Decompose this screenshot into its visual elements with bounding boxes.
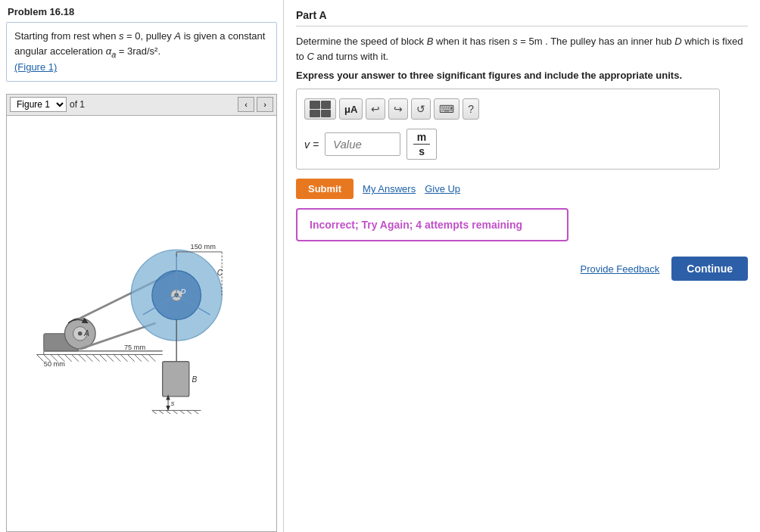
submit-button[interactable]: Submit <box>296 179 354 199</box>
svg-line-16 <box>128 355 135 362</box>
give-up-link[interactable]: Give Up <box>425 183 460 194</box>
answer-box: μΑ ↩ ↪ ↺ ⌨ ? v = <box>296 89 720 170</box>
value-input[interactable] <box>325 132 400 156</box>
figure-of-text: of 1 <box>70 99 85 110</box>
undo-button[interactable]: ↩ <box>366 98 385 120</box>
figure-panel: Figure 1 of 1 ‹ › <box>6 94 277 532</box>
svg-text:D: D <box>181 288 186 296</box>
refresh-icon: ↺ <box>416 103 425 115</box>
refresh-button[interactable]: ↺ <box>411 98 431 120</box>
svg-text:B: B <box>192 376 197 384</box>
svg-line-17 <box>135 355 142 362</box>
undo-icon: ↩ <box>371 103 380 115</box>
svg-line-46 <box>152 411 159 415</box>
redo-icon: ↪ <box>394 103 403 115</box>
svg-text:75 mm: 75 mm <box>124 344 145 351</box>
figure-next-button[interactable]: › <box>257 97 273 112</box>
mu-label: μΑ <box>344 104 357 115</box>
svg-line-7 <box>64 355 71 362</box>
figure-toolbar: Figure 1 of 1 ‹ › <box>7 95 276 116</box>
svg-line-12 <box>100 355 107 362</box>
redo-button[interactable]: ↪ <box>388 98 408 120</box>
part-label: Part A <box>296 9 748 26</box>
problem-title: Problem 16.18 <box>0 0 283 22</box>
figure-select[interactable]: Figure 1 <box>10 97 67 112</box>
unit-fraction: m s <box>406 129 437 160</box>
svg-text:s: s <box>171 400 175 407</box>
grid-icon <box>310 101 331 117</box>
svg-line-15 <box>120 355 127 362</box>
svg-line-10 <box>86 355 92 362</box>
bottom-row: Provide Feedback Continue <box>296 257 748 281</box>
my-answers-link[interactable]: My Answers <box>363 183 416 194</box>
provide-feedback-link[interactable]: Provide Feedback <box>581 263 660 275</box>
svg-line-51 <box>187 411 194 415</box>
help-button[interactable]: ? <box>463 98 479 120</box>
svg-line-3 <box>37 355 44 362</box>
figure-prev-button[interactable]: ‹ <box>238 97 254 112</box>
svg-line-18 <box>142 355 148 362</box>
svg-text:A: A <box>83 329 89 338</box>
svg-line-13 <box>107 355 114 362</box>
figure-illustration: A 150 mm <box>13 232 270 414</box>
svg-line-8 <box>72 355 79 362</box>
svg-text:150 mm: 150 mm <box>191 244 216 251</box>
figure-link[interactable]: (Figure 1) <box>14 61 57 73</box>
svg-line-48 <box>166 411 173 415</box>
question-text: Determine the speed of block B when it h… <box>296 34 748 64</box>
svg-point-23 <box>78 331 83 336</box>
svg-line-14 <box>114 355 120 362</box>
unit-top: m <box>413 131 430 145</box>
right-panel: Part A Determine the speed of block B wh… <box>284 0 760 532</box>
incorrect-banner: Incorrect; Try Again; 4 attempts remaini… <box>296 208 568 241</box>
help-icon: ? <box>468 103 474 115</box>
left-panel: Problem 16.18 Starting from rest when s … <box>0 0 284 532</box>
svg-line-19 <box>148 355 155 362</box>
incorrect-text: Incorrect; Try Again; 4 attempts remaini… <box>310 219 522 231</box>
express-text: Express your answer to three significant… <box>296 70 748 81</box>
problem-statement: Starting from rest when s = 0, pulley A … <box>6 22 277 82</box>
svg-line-47 <box>159 411 166 415</box>
keyboard-icon: ⌨ <box>439 103 454 115</box>
mu-button[interactable]: μΑ <box>339 98 363 120</box>
svg-line-50 <box>180 411 187 415</box>
svg-line-49 <box>173 411 180 415</box>
statement-text: Starting from rest when s = 0, pulley A … <box>14 30 265 57</box>
input-row: v = m s <box>304 129 712 160</box>
v-label: v = <box>304 138 319 151</box>
submit-row: Submit My Answers Give Up <box>296 179 748 199</box>
svg-text:50 mm: 50 mm <box>44 361 65 369</box>
svg-rect-43 <box>163 362 189 397</box>
figure-content: A 150 mm <box>7 116 276 531</box>
unit-bottom: s <box>419 145 425 157</box>
keyboard-button[interactable]: ⌨ <box>434 98 459 120</box>
svg-line-52 <box>194 411 201 415</box>
svg-line-11 <box>92 355 99 362</box>
matrix-button[interactable] <box>304 98 336 120</box>
toolbar-row: μΑ ↩ ↪ ↺ ⌨ ? <box>304 98 712 120</box>
svg-line-9 <box>79 355 86 362</box>
continue-button[interactable]: Continue <box>671 257 748 281</box>
svg-text:C: C <box>217 269 223 278</box>
